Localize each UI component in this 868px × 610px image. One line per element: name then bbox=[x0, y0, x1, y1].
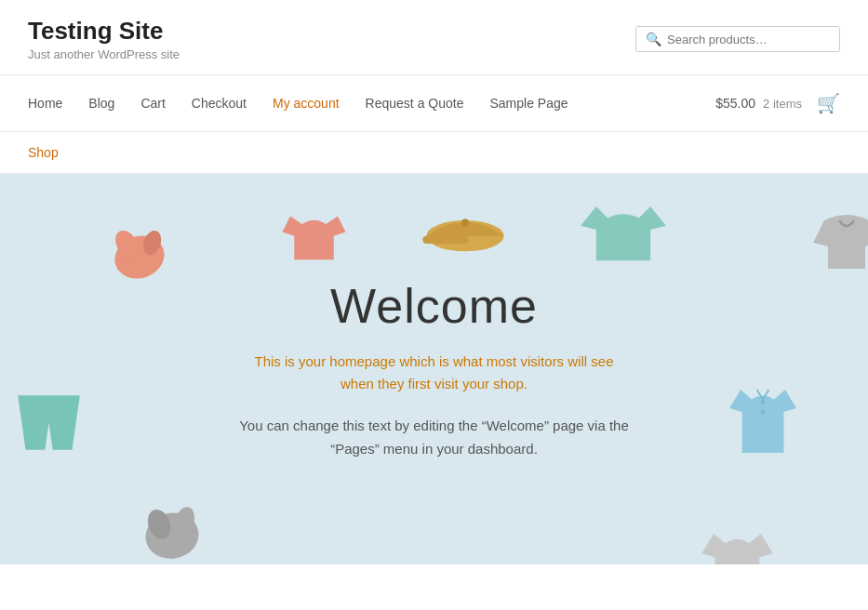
cart-icon[interactable]: 🛒 bbox=[817, 92, 840, 114]
nav-home[interactable]: Home bbox=[28, 79, 75, 127]
welcome-content: Welcome This is your homepage which is w… bbox=[220, 259, 648, 480]
clothing-item-5 bbox=[809, 202, 868, 276]
welcome-title: Welcome bbox=[239, 278, 630, 334]
search-input[interactable] bbox=[667, 33, 830, 46]
search-form[interactable]: 🔍 bbox=[635, 26, 840, 52]
svg-rect-4 bbox=[422, 236, 469, 244]
cart-total: $55.00 bbox=[715, 96, 755, 111]
welcome-body: You can change this text by editing the … bbox=[239, 414, 630, 461]
search-icon: 🔍 bbox=[646, 32, 661, 46]
svg-point-5 bbox=[461, 219, 469, 227]
welcome-subtitle: This is your homepage which is what most… bbox=[239, 351, 630, 395]
nav-checkout[interactable]: Checkout bbox=[179, 79, 260, 127]
clothing-item-3 bbox=[419, 197, 512, 267]
clothing-item-8 bbox=[130, 490, 214, 564]
main-nav: Home Blog Cart Checkout My account Reque… bbox=[0, 75, 868, 132]
site-title: Testing Site bbox=[28, 17, 180, 46]
svg-point-6 bbox=[761, 400, 766, 404]
cart-count: 2 items bbox=[763, 97, 802, 111]
site-branding: Testing Site Just another WordPress site bbox=[28, 17, 180, 61]
nav-blog[interactable]: Blog bbox=[75, 79, 127, 127]
secondary-nav: Shop bbox=[0, 132, 868, 174]
nav-links: Home Blog Cart Checkout My account Reque… bbox=[28, 79, 715, 127]
hero-section: Welcome This is your homepage which is w… bbox=[0, 174, 868, 564]
clothing-item-6 bbox=[9, 388, 88, 458]
nav-request-quote[interactable]: Request a Quote bbox=[353, 79, 477, 127]
nav-my-account[interactable]: My account bbox=[260, 79, 353, 127]
nav-cart[interactable]: Cart bbox=[127, 79, 178, 127]
cart-summary: $55.00 2 items 🛒 bbox=[715, 75, 840, 131]
nav-shop[interactable]: Shop bbox=[28, 132, 59, 173]
site-header: Testing Site Just another WordPress site… bbox=[0, 0, 868, 75]
clothing-item-9 bbox=[698, 518, 777, 564]
clothing-item-7 bbox=[726, 369, 800, 462]
nav-sample-page[interactable]: Sample Page bbox=[476, 79, 581, 127]
svg-point-7 bbox=[761, 410, 766, 415]
clothing-item-1 bbox=[98, 211, 181, 295]
site-tagline: Just another WordPress site bbox=[28, 47, 180, 61]
